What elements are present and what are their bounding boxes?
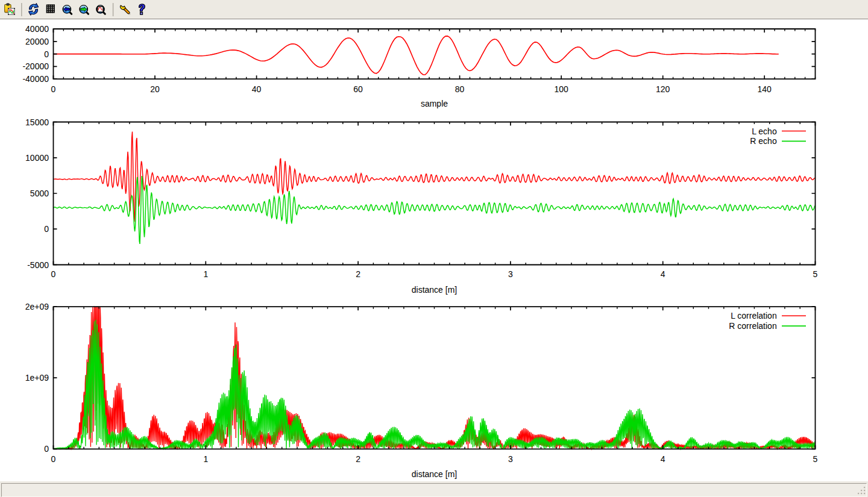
svg-text:0: 0 — [44, 49, 49, 59]
svg-text:100: 100 — [555, 84, 569, 94]
svg-text:distance [m]: distance [m] — [412, 285, 457, 295]
svg-text:distance [m]: distance [m] — [412, 469, 457, 479]
svg-text:0: 0 — [51, 454, 56, 464]
svg-text:1e+09: 1e+09 — [25, 373, 49, 383]
svg-text:2e+09: 2e+09 — [25, 302, 49, 311]
svg-text:20000: 20000 — [25, 37, 49, 46]
svg-text:-40000: -40000 — [22, 74, 49, 84]
svg-text:-5000: -5000 — [27, 260, 49, 270]
svg-text:1: 1 — [203, 269, 208, 279]
svg-text:sample: sample — [421, 99, 448, 108]
svg-text:R echo: R echo — [750, 136, 777, 146]
svg-text:2: 2 — [356, 454, 360, 464]
svg-text:-20000: -20000 — [22, 61, 49, 71]
svg-text:0: 0 — [44, 444, 49, 454]
svg-text:120: 120 — [656, 84, 670, 94]
svg-text:0: 0 — [44, 224, 49, 234]
svg-text:10000: 10000 — [25, 153, 49, 163]
svg-text:4: 4 — [661, 269, 665, 279]
svg-text:20: 20 — [150, 84, 160, 94]
svg-text:140: 140 — [758, 84, 772, 94]
svg-text:L correlation: L correlation — [731, 311, 777, 320]
svg-text:L echo: L echo — [752, 127, 777, 136]
svg-text:60: 60 — [353, 84, 363, 94]
svg-text:15000: 15000 — [25, 117, 49, 127]
svg-text:4: 4 — [661, 454, 665, 464]
svg-text:40: 40 — [252, 84, 262, 94]
svg-text:5000: 5000 — [30, 189, 49, 198]
svg-text:0: 0 — [51, 269, 56, 279]
svg-text:1: 1 — [203, 454, 208, 464]
svg-text:3: 3 — [508, 454, 513, 464]
svg-text:3: 3 — [508, 269, 513, 279]
svg-text:5: 5 — [813, 454, 818, 464]
svg-text:80: 80 — [455, 84, 465, 94]
svg-text:0: 0 — [51, 84, 56, 94]
svg-text:R correlation: R correlation — [729, 321, 776, 331]
svg-text:40000: 40000 — [25, 24, 49, 34]
svg-text:5: 5 — [813, 269, 818, 279]
svg-text:2: 2 — [356, 269, 360, 279]
